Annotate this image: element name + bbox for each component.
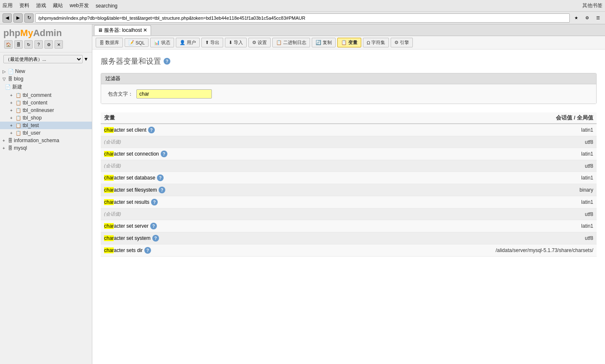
sidebar: phpMyAdmin 🏠 🗄 ↻ ? ⚙ ✕ （最近使用的表）... ▼ ▷ 📄… xyxy=(0,24,92,364)
var-help-icon[interactable]: ? xyxy=(150,223,157,229)
toolbar-user-btn[interactable]: 👤 用户 xyxy=(176,38,200,47)
os-searching[interactable]: searching xyxy=(96,3,117,9)
logo-my: My xyxy=(20,28,33,38)
toolbar-charsets-btn[interactable]: Ω 字符集 xyxy=(363,38,389,47)
sidebar-item-tbl_test[interactable]: + 📋 tbl_test xyxy=(0,122,92,129)
os-apps[interactable]: 应用 xyxy=(3,2,13,9)
sql-label: SQL xyxy=(136,40,145,45)
toolbar-binlog-btn[interactable]: 📋 二进制日志 xyxy=(272,38,310,47)
sidebar-dropdown[interactable]: （最近使用的表）... ▼ xyxy=(3,55,89,63)
sidebar-home-icon[interactable]: 🏠 xyxy=(4,40,13,49)
var-name-suffix: acter set results xyxy=(114,199,149,205)
var-name-highlight: char xyxy=(104,247,114,253)
expand-icon: + xyxy=(10,123,14,128)
sidebar-item-blog[interactable]: ▽ 🗄 blog xyxy=(0,75,92,83)
var-value: utf8 xyxy=(467,139,593,145)
database-label: 数据库 xyxy=(105,39,119,46)
sidebar-item-tbl_shop[interactable]: + 📋 tbl_shop xyxy=(0,114,92,122)
url-bar[interactable] xyxy=(35,13,570,23)
sidebar-item-new[interactable]: ▷ 📄 New xyxy=(0,68,92,75)
var-value: /alidata/server/mysql-5.1.73/share/chars… xyxy=(467,247,593,253)
sidebar-item-information_schema[interactable]: + 🗄 information_schema xyxy=(0,137,92,144)
toolbar-variables-btn[interactable]: 📋 变量 xyxy=(337,38,361,47)
nav-forward-button[interactable]: ▶ xyxy=(13,13,23,23)
db-icon: 🗄 xyxy=(8,76,13,81)
db-icon: 🗄 xyxy=(8,138,13,143)
sidebar-item-tbl_user[interactable]: + 📋 tbl_user xyxy=(0,129,92,137)
main-layout: phpMyAdmin 🏠 🗄 ↻ ? ⚙ ✕ （最近使用的表）... ▼ ▷ 📄… xyxy=(0,24,605,364)
ext-icon-1[interactable]: ⚙ xyxy=(582,13,592,23)
nav-refresh-button[interactable]: ↻ xyxy=(24,13,34,23)
ext-icon-2[interactable]: ☰ xyxy=(593,13,602,23)
sidebar-db-icon[interactable]: 🗄 xyxy=(14,40,23,49)
sidebar-item-tbl_comment[interactable]: + 📋 tbl_comment xyxy=(0,91,92,99)
server-icon: 🖥 xyxy=(98,27,103,33)
toolbar-database-btn[interactable]: 🗄 数据库 xyxy=(96,38,123,47)
sidebar-item-tbl_content[interactable]: + 📋 tbl_content xyxy=(0,99,92,107)
toolbar-sql-btn[interactable]: 📝 SQL xyxy=(125,38,149,47)
bookmark-icon[interactable]: ★ xyxy=(571,13,581,23)
tab-server-localhost[interactable]: 🖥 服务器: localhost ✕ xyxy=(94,25,151,35)
sidebar-item-tbl_onlineuser[interactable]: + 📋 tbl_onlineuser xyxy=(0,107,92,114)
sidebar-tree: ▷ 📄 New ▽ 🗄 blog 📄 新建 + 📋 tbl_comment + … xyxy=(0,66,92,153)
var-name-suffix: acter set database xyxy=(114,175,155,181)
var-name: (会话值) xyxy=(104,163,467,169)
col-header-val: 会话值 / 全局值 xyxy=(467,114,593,122)
table-icon: 📋 xyxy=(16,108,21,113)
toolbar-import-btn[interactable]: ⬇ 导入 xyxy=(225,38,247,47)
var-help-icon[interactable]: ? xyxy=(157,174,164,181)
table-icon: 📋 xyxy=(16,93,21,98)
nav-back-button[interactable]: ◀ xyxy=(3,13,12,23)
sidebar-item-mysql[interactable]: + 🗄 mysql xyxy=(0,144,92,152)
variables-list: character set client?latin1(会话值)utf8char… xyxy=(101,124,597,257)
title-help-icon[interactable]: ? xyxy=(164,58,170,65)
database-icon: 🗄 xyxy=(99,40,104,45)
os-webdev[interactable]: web开发 xyxy=(70,2,89,9)
sidebar-table-label: tbl_onlineuser xyxy=(23,107,54,113)
sidebar-item-new-sub[interactable]: 📄 新建 xyxy=(0,83,92,91)
var-name-highlight: char xyxy=(104,127,114,133)
var-help-icon[interactable]: ? xyxy=(148,127,155,133)
os-other-bookmarks[interactable]: 其他书签 xyxy=(582,2,602,9)
list-item: character set filesystem?binary xyxy=(101,184,597,196)
filter-input[interactable] xyxy=(136,89,212,99)
export-icon: ⬆ xyxy=(205,40,209,45)
sidebar-mysql-label: mysql xyxy=(14,145,27,151)
sidebar-help-icon[interactable]: ? xyxy=(34,40,43,49)
toolbar-settings-btn[interactable]: ⚙ 设置 xyxy=(248,38,271,47)
var-name: character set server? xyxy=(104,223,467,229)
sidebar-settings-icon[interactable]: ⚙ xyxy=(44,40,53,49)
sidebar-table-label: tbl_content xyxy=(23,100,47,106)
logo-text: phpMyAdmin xyxy=(3,28,89,39)
var-help-icon[interactable]: ? xyxy=(152,235,159,242)
var-name-highlight: char xyxy=(104,187,114,193)
var-name-highlight: char xyxy=(104,175,114,181)
toolbar-status-btn[interactable]: 📊 状态 xyxy=(150,38,174,47)
var-name: character set client? xyxy=(104,127,467,133)
os-docs[interactable]: 资料 xyxy=(19,2,29,9)
sidebar-exit-icon[interactable]: ✕ xyxy=(55,40,63,49)
table-icon: 📋 xyxy=(16,100,21,106)
filter-box-header: 过滤器 xyxy=(101,73,596,84)
os-games[interactable]: 游戏 xyxy=(36,2,46,9)
var-help-icon[interactable]: ? xyxy=(161,151,167,157)
sidebar-table-label: tbl_shop xyxy=(23,115,42,121)
var-name: character sets dir? xyxy=(104,247,467,254)
toolbar-replication-btn[interactable]: 🔄 复制 xyxy=(312,38,336,47)
toolbar-engines-btn[interactable]: ⚙ 引擎 xyxy=(391,38,413,47)
vars-table-header: 变量 会话值 / 全局值 xyxy=(101,112,597,124)
toolbar-export-btn[interactable]: ⬆ 导出 xyxy=(201,38,223,47)
recent-tables-select[interactable]: （最近使用的表）... xyxy=(3,55,83,63)
var-help-icon[interactable]: ? xyxy=(151,199,158,205)
sidebar-refresh-icon[interactable]: ↻ xyxy=(24,40,33,49)
var-help-icon[interactable]: ? xyxy=(159,187,165,193)
var-help-icon[interactable]: ? xyxy=(144,247,151,254)
tab-server-label: 服务器: localhost xyxy=(104,27,142,34)
charsets-label: 字符集 xyxy=(371,39,385,46)
var-name: (会话值) xyxy=(104,211,467,217)
sidebar-info-schema-label: information_schema xyxy=(14,138,59,143)
user-icon: 👤 xyxy=(180,40,185,45)
status-icon: 📊 xyxy=(154,40,160,45)
os-favorites[interactable]: 藏站 xyxy=(53,2,63,9)
tab-close-icon[interactable]: ✕ xyxy=(143,27,147,33)
